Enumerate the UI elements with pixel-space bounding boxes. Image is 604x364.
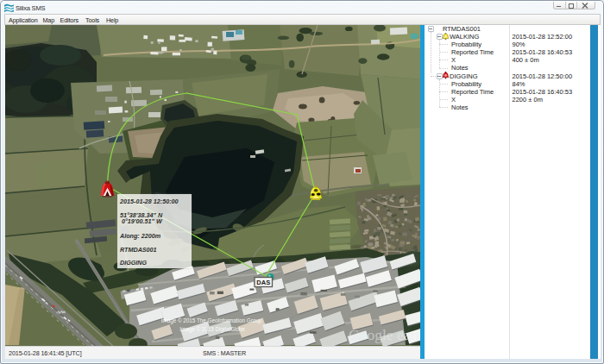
- svg-text:Image © 2015 The GeoInformatio: Image © 2015 The GeoInformation Group: [161, 317, 262, 324]
- svg-text:Image © 2015 DigitalGlobe: Image © 2015 DigitalGlobe: [179, 326, 245, 333]
- svg-text:Google earth: Google earth: [349, 326, 420, 343]
